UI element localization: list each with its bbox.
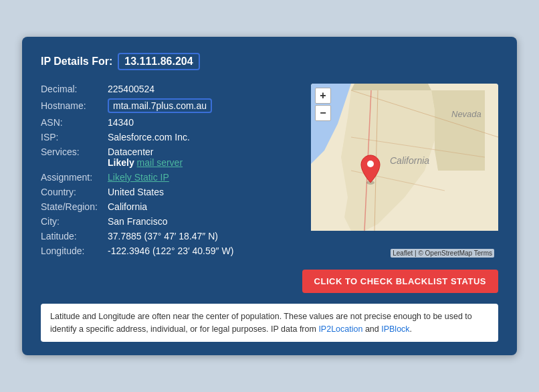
mail-server-link[interactable]: mail server — [137, 157, 183, 168]
state-row: State/Region: California — [41, 201, 298, 212]
isp-label: ISP: — [41, 132, 108, 142]
svg-point-14 — [367, 161, 374, 167]
blacklist-button[interactable]: CLICK TO CHECK BLACKLIST STATUS — [302, 270, 498, 293]
decimal-row: Decimal: 225400524 — [41, 84, 298, 94]
map-attribution: Leaflet | © OpenStreetMap Terms — [391, 249, 494, 258]
bottom-area: CLICK TO CHECK BLACKLIST STATUS — [41, 260, 498, 293]
content-row: Decimal: 225400524 Hostname: mta.mail.7p… — [41, 84, 498, 260]
map-svg: Nevada California — [311, 84, 498, 231]
isp-value: Salesforce.com Inc. — [108, 132, 190, 142]
country-row: Country: United States — [41, 187, 298, 197]
info-table: Decimal: 225400524 Hostname: mta.mail.7p… — [41, 84, 298, 260]
services-value: Datacenter — [108, 146, 153, 157]
zoom-out-button[interactable]: − — [315, 105, 331, 121]
svg-text:California: California — [390, 155, 429, 166]
hostname-row: Hostname: mta.mail.7plus.com.au — [41, 98, 298, 113]
asn-row: ASN: 14340 — [41, 117, 298, 128]
services-label: Services: — [41, 146, 108, 157]
city-row: City: San Francisco — [41, 216, 298, 227]
isp-row: ISP: Salesforce.com Inc. — [41, 132, 298, 142]
latitude-value: 37.7885 (37° 47′ 18.47″ N) — [108, 231, 218, 241]
assignment-value[interactable]: Likely Static IP — [108, 172, 169, 183]
footer-text2: and — [362, 324, 381, 334]
city-label: City: — [41, 216, 108, 227]
hostname-value: mta.mail.7plus.com.au — [108, 98, 212, 113]
map-controls: + − — [315, 88, 331, 121]
longitude-row: Longitude: -122.3946 (122° 23′ 40.59″ W) — [41, 246, 298, 256]
longitude-value: -122.3946 (122° 23′ 40.59″ W) — [108, 246, 233, 256]
assignment-label: Assignment: — [41, 172, 108, 183]
asn-value: 14340 — [108, 117, 134, 128]
zoom-in-button[interactable]: + — [315, 88, 331, 104]
header-label: IP Details For: — [41, 56, 112, 68]
state-value: California — [108, 201, 147, 212]
footer-note: Latitude and Longitude are often near th… — [41, 304, 498, 342]
footer-text3: . — [410, 324, 412, 334]
svg-marker-5 — [351, 84, 431, 90]
decimal-label: Decimal: — [41, 84, 108, 94]
services-likely-label: Likely — [108, 157, 134, 168]
latitude-row: Latitude: 37.7885 (37° 47′ 18.47″ N) — [41, 231, 298, 241]
latitude-label: Latitude: — [41, 231, 108, 241]
state-label: State/Region: — [41, 201, 108, 212]
decimal-value: 225400524 — [108, 84, 154, 94]
city-value: San Francisco — [108, 216, 167, 227]
asn-label: ASN: — [41, 117, 108, 128]
country-label: Country: — [41, 187, 108, 197]
blacklist-button-container: CLICK TO CHECK BLACKLIST STATUS — [302, 260, 498, 293]
hostname-label: Hostname: — [41, 100, 108, 111]
services-row: Services: Datacenter Likely mail server — [41, 146, 298, 168]
map-container: Nevada California + − Leaflet | © OpenSt… — [311, 84, 498, 260]
ip2location-link[interactable]: IP2Location — [318, 324, 362, 334]
longitude-label: Longitude: — [41, 246, 108, 256]
country-value: United States — [108, 187, 164, 197]
ip-address: 13.111.86.204 — [118, 53, 199, 70]
svg-text:Nevada: Nevada — [451, 109, 481, 119]
header-row: IP Details For: 13.111.86.204 — [41, 53, 498, 70]
assignment-row: Assignment: Likely Static IP — [41, 172, 298, 183]
ip-details-card: IP Details For: 13.111.86.204 Decimal: 2… — [22, 37, 517, 356]
ipblock-link[interactable]: IPBlock — [381, 324, 409, 334]
